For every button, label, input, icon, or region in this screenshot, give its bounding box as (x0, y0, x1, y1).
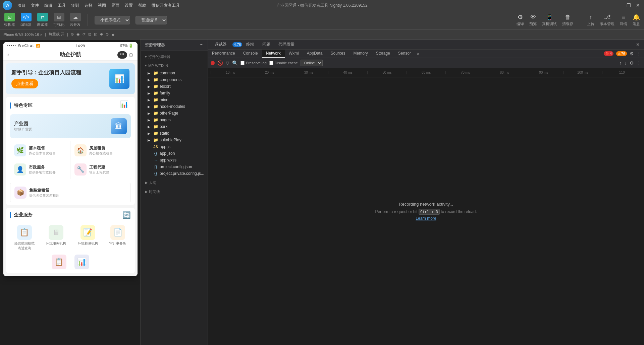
file-appjson[interactable]: {} app.json (141, 150, 208, 157)
export-icon[interactable]: ↓ (625, 60, 627, 66)
sim-icon-3[interactable]: ⟳ (83, 32, 86, 37)
record-button[interactable] (211, 61, 215, 65)
phone-menu-dots[interactable]: ••• (117, 51, 127, 59)
tab-sensor[interactable]: Sensor (394, 50, 415, 58)
service-item-container[interactable]: 📦 集装箱租赁 提供各类集装箱租用 (10, 183, 131, 202)
banner-button[interactable]: 点击查看 (11, 79, 38, 88)
clouddev-button[interactable]: ☁ 云开发 (70, 13, 81, 27)
ent-item-5[interactable]: 📊 (74, 255, 89, 269)
file-node-modules[interactable]: ▶ 📁 node-modules (141, 103, 208, 110)
devtools-terminal-tab[interactable]: 终端 (242, 40, 258, 49)
maximize-button[interactable]: ❐ (625, 3, 632, 8)
menu-settings[interactable]: 设置 (125, 3, 133, 8)
import-icon[interactable]: ↑ (620, 60, 622, 66)
menu-project[interactable]: 项目 (17, 3, 25, 8)
outline-header[interactable]: ▶ 大纲 (141, 178, 208, 187)
menu-goto[interactable]: 转到 (71, 3, 79, 8)
tab-performance[interactable]: Performance (208, 50, 239, 58)
menu-file[interactable]: 文件 (31, 3, 39, 8)
translate-button[interactable]: ⚙ 编译 (517, 13, 524, 26)
debugger-button[interactable]: ⇄ 调试器 (37, 13, 48, 27)
file-appwxss[interactable]: ~ app.wxss (141, 157, 208, 163)
sim-icon-1[interactable]: ⊙ (71, 32, 74, 37)
hotreload-toggle[interactable]: 热重载 开 (49, 32, 64, 37)
file-otherpage[interactable]: ▶ 📁 otherPage (141, 110, 208, 117)
file-park[interactable]: ▶ 📁 park (141, 123, 208, 130)
service-item-2[interactable]: 👤 市政服务 提供各项市政服务 (10, 160, 70, 179)
sim-icon-7[interactable]: ⊙ (106, 32, 109, 37)
ent-item-1[interactable]: 🖥 环境服务机构 (46, 225, 66, 251)
disable-cache-label[interactable]: Disable cache (269, 61, 298, 65)
file-panel-more-icon[interactable]: ⋯ (200, 42, 204, 48)
compile-select[interactable]: 普通编译 (136, 16, 167, 24)
file-static[interactable]: ▶ 📁 static (141, 130, 208, 137)
file-projectconfig[interactable]: {} project.config.json (141, 163, 208, 170)
preserve-log-checkbox[interactable] (240, 61, 245, 65)
menu-view[interactable]: 视图 (98, 3, 106, 8)
special-zone-main[interactable]: 产业园 智慧产业园 🏛 (10, 114, 131, 138)
menu-select[interactable]: 选择 (85, 3, 93, 8)
devtools-issues-tab[interactable]: 问题 (258, 40, 274, 49)
online-select[interactable]: Online (301, 60, 323, 66)
simulator-button[interactable]: ⊡ 模拟器 (4, 13, 15, 27)
file-appjs[interactable]: JS app.js (141, 143, 208, 150)
network-more-icon[interactable]: ⋮ (637, 60, 641, 66)
menu-interface[interactable]: 界面 (111, 3, 119, 8)
file-common[interactable]: ▶ 📁 common (141, 70, 208, 76)
file-components[interactable]: ▶ 📁 components (141, 76, 208, 83)
file-mine[interactable]: ▶ 📁 mine (141, 96, 208, 103)
tab-console[interactable]: Console (239, 50, 262, 58)
visualize-button[interactable]: ⊞ 可视化 (53, 13, 64, 27)
sim-icon-8[interactable]: ☻ (111, 32, 115, 37)
devtools-more-icon[interactable]: ⋮ (637, 51, 641, 56)
editor-button[interactable]: </> 编辑器 (20, 13, 32, 27)
sim-icon-6[interactable]: ⊕ (100, 32, 103, 37)
ent-item-2[interactable]: 📝 环境检测机构 (78, 225, 98, 251)
file-suitableplay[interactable]: ▶ 📁 suitablePlay (141, 137, 208, 143)
project-root-header[interactable]: ▾ MP-WEIXIN (141, 61, 208, 70)
tab-storage[interactable]: Storage (372, 50, 394, 58)
menu-devtools[interactable]: 微信开发者工具 (152, 3, 180, 8)
tab-appdata[interactable]: AppData (303, 50, 327, 58)
tab-memory[interactable]: Memory (349, 50, 372, 58)
tab-network[interactable]: Network (262, 50, 285, 58)
clearcache-button[interactable]: 🗑 清缓存 (562, 14, 573, 26)
network-settings-icon[interactable]: ⚙ (630, 60, 634, 66)
timeline-header[interactable]: ▶ 时间线 (141, 187, 208, 196)
close-button[interactable]: ✕ (635, 3, 641, 8)
more-tabs-button[interactable]: » (415, 50, 421, 57)
menu-help[interactable]: 帮助 (138, 3, 146, 8)
file-projectprivate[interactable]: {} project.private.config.js... (141, 170, 208, 177)
tab-wxml[interactable]: Wxml (285, 50, 303, 58)
learn-more-link[interactable]: Learn more (416, 216, 436, 221)
opened-editors-header[interactable]: ▾ 打开的编辑器 (141, 52, 208, 61)
clear-button[interactable]: 🚫 (217, 60, 223, 66)
detail-button[interactable]: ≡ 详情 (620, 14, 627, 26)
filter-icon[interactable]: ▽ (226, 60, 229, 66)
preserve-log-label[interactable]: Preserve log (240, 61, 267, 65)
phone-nav-circle[interactable]: ⊙ (128, 51, 133, 59)
preview-button[interactable]: 👁 预览 (529, 14, 537, 26)
file-pages[interactable]: ▶ 📁 pages (141, 117, 208, 123)
versionmgr-button[interactable]: ⎇ 版本管理 (600, 13, 614, 26)
ent-item-4[interactable]: 📋 (52, 255, 66, 269)
mode-select[interactable]: 小程序模式 (95, 16, 130, 24)
devtools-codequality-tab[interactable]: 代码质量 (274, 40, 299, 49)
devtools-close-icon[interactable]: ✕ (635, 41, 641, 48)
service-item-0[interactable]: 🌿 苗木租售 办公苗木售卖租售 (10, 141, 70, 160)
sim-icon-4[interactable]: ⊡ (88, 32, 91, 37)
minimize-button[interactable]: — (616, 3, 623, 8)
sim-icon-5[interactable]: ◱ (94, 32, 97, 37)
tab-sources[interactable]: Sources (326, 50, 349, 58)
devtools-settings-icon[interactable]: ⚙ (630, 51, 634, 56)
phone-back-button[interactable]: ‹ (7, 51, 9, 58)
service-item-3[interactable]: 🔧 工程代建 项目工程代建 (70, 160, 131, 179)
file-family[interactable]: ▶ 📁 family (141, 90, 208, 96)
menu-tools[interactable]: 工具 (58, 3, 66, 8)
menu-edit[interactable]: 编辑 (44, 3, 52, 8)
service-item-1[interactable]: 🏠 房屋租赁 办公楼在线租售 (70, 141, 131, 160)
upload-button[interactable]: ↑ 上传 (587, 14, 594, 26)
ent-item-0[interactable]: 📋 经营范围规范表述查询 (14, 225, 35, 251)
search-icon[interactable]: 🔍 (232, 60, 238, 66)
realdevice-button[interactable]: 📱 真机调试 (542, 13, 557, 26)
